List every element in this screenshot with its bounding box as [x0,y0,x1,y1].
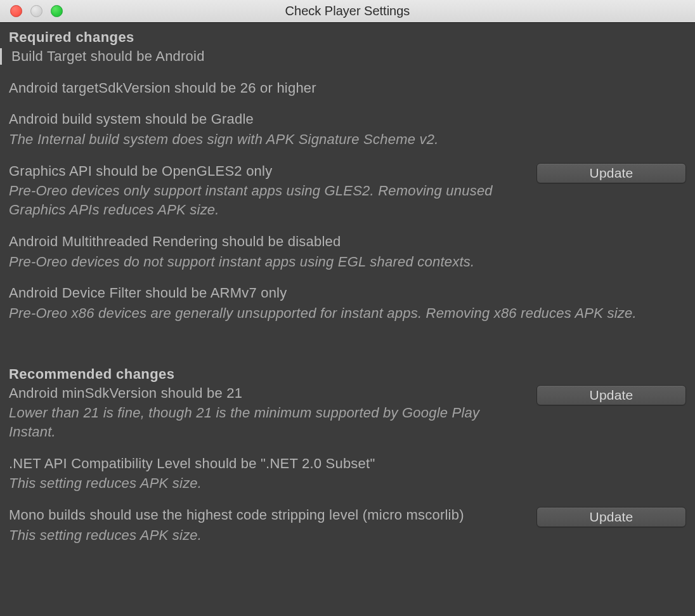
content: Required changes Build Target should be … [0,23,695,556]
setting-description: This setting reduces APK size. [9,474,686,493]
setting-title: Android minSdkVersion should be 21 [9,384,525,403]
close-icon[interactable] [10,5,22,17]
setting-item: Build Target should be Android [9,47,686,66]
setting-item: Mono builds should use the highest code … [9,506,686,544]
titlebar: Check Player Settings [0,0,695,23]
setting-description: Lower than 21 is fine, though 21 is the … [9,403,525,441]
update-button[interactable]: Update [536,507,686,527]
minimize-icon[interactable] [30,5,42,17]
section-recommended-title: Recommended changes [9,366,686,383]
setting-title: Android targetSdkVersion should be 26 or… [9,79,686,98]
setting-title: .NET API Compatibility Level should be "… [9,454,686,473]
update-button[interactable]: Update [536,385,686,405]
setting-item: Android Device Filter should be ARMv7 on… [9,284,686,322]
setting-description: This setting reduces APK size. [9,526,525,545]
setting-item: .NET API Compatibility Level should be "… [9,454,686,493]
window-title: Check Player Settings [0,4,695,18]
section-required-title: Required changes [9,29,686,46]
setting-description: Pre-Oreo x86 devices are generally unsup… [9,304,686,323]
update-button[interactable]: Update [536,163,686,183]
setting-title: Graphics API should be OpenGLES2 only [9,162,525,181]
setting-title: Android build system should be Gradle [9,110,686,129]
setting-title: Build Target should be Android [9,47,686,66]
setting-description: Pre-Oreo devices do not support instant … [9,252,686,272]
traffic-lights [0,5,63,17]
setting-item: Android minSdkVersion should be 21 Lower… [9,384,686,442]
setting-item: Graphics API should be OpenGLES2 only Pr… [9,162,686,220]
setting-description: Pre-Oreo devices only support instant ap… [9,181,525,219]
setting-title: Android Device Filter should be ARMv7 on… [9,284,686,303]
setting-item: Android Multithreaded Rendering should b… [9,232,686,271]
setting-title: Mono builds should use the highest code … [9,506,525,525]
setting-item: Android build system should be Gradle Th… [9,110,686,148]
setting-title: Android Multithreaded Rendering should b… [9,232,686,251]
zoom-icon[interactable] [51,5,63,17]
setting-description: The Internal build system does sign with… [9,130,686,149]
setting-item: Android targetSdkVersion should be 26 or… [9,79,686,98]
